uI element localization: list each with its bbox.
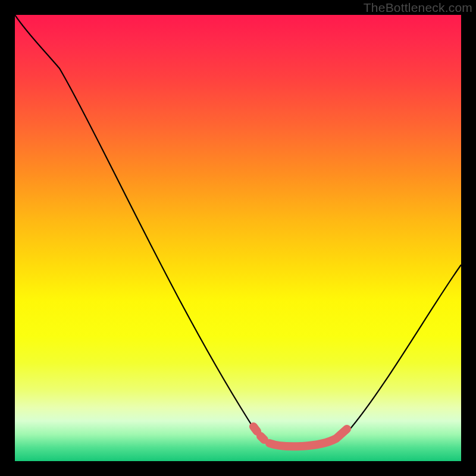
bottleneck-curve — [15, 15, 461, 448]
curve-layer — [15, 15, 461, 461]
plot-area — [15, 15, 461, 461]
watermark-label: TheBottleneck.com — [364, 1, 472, 15]
highlight-segment — [253, 427, 347, 446]
chart-frame: TheBottleneck.com — [0, 0, 476, 476]
